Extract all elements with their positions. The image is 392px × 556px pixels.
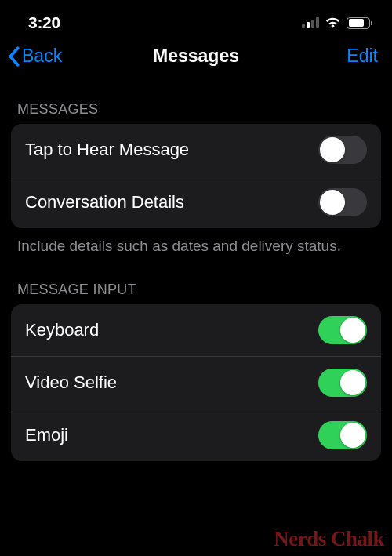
settings-group-input: Keyboard Video Selfie Emoji [11, 304, 381, 461]
setting-label: Emoji [25, 425, 68, 445]
edit-button[interactable]: Edit [347, 45, 378, 67]
row-video-selfie[interactable]: Video Selfie [11, 357, 381, 409]
section-footer-messages: Include details such as dates and delive… [0, 228, 392, 256]
status-icons [302, 17, 370, 29]
row-keyboard[interactable]: Keyboard [11, 304, 381, 357]
back-button[interactable]: Back [8, 45, 62, 67]
row-emoji[interactable]: Emoji [11, 409, 381, 461]
cellular-signal-icon [302, 17, 319, 28]
battery-icon [347, 17, 370, 29]
section-header-messages: Messages [0, 79, 392, 124]
setting-label: Keyboard [25, 320, 99, 340]
watermark: Nerds Chalk [274, 527, 384, 551]
row-conversation-details[interactable]: Conversation Details [11, 176, 381, 228]
status-bar: 3:20 [0, 0, 392, 39]
status-time: 3:20 [28, 13, 60, 32]
toggle-keyboard[interactable] [318, 316, 367, 344]
row-tap-to-hear[interactable]: Tap to Hear Message [11, 124, 381, 176]
toggle-tap-to-hear[interactable] [318, 136, 367, 164]
nav-bar: Back Messages Edit [0, 39, 392, 79]
setting-label: Video Selfie [25, 372, 117, 393]
back-label: Back [22, 45, 62, 67]
chevron-left-icon [8, 46, 20, 67]
setting-label: Tap to Hear Message [25, 140, 189, 160]
toggle-video-selfie[interactable] [318, 369, 367, 397]
section-header-input: Message Input [0, 256, 392, 304]
toggle-emoji[interactable] [318, 421, 367, 449]
wifi-icon [325, 17, 341, 29]
settings-group-messages: Tap to Hear Message Conversation Details [11, 124, 381, 228]
toggle-conversation-details[interactable] [318, 188, 367, 216]
setting-label: Conversation Details [25, 192, 184, 213]
